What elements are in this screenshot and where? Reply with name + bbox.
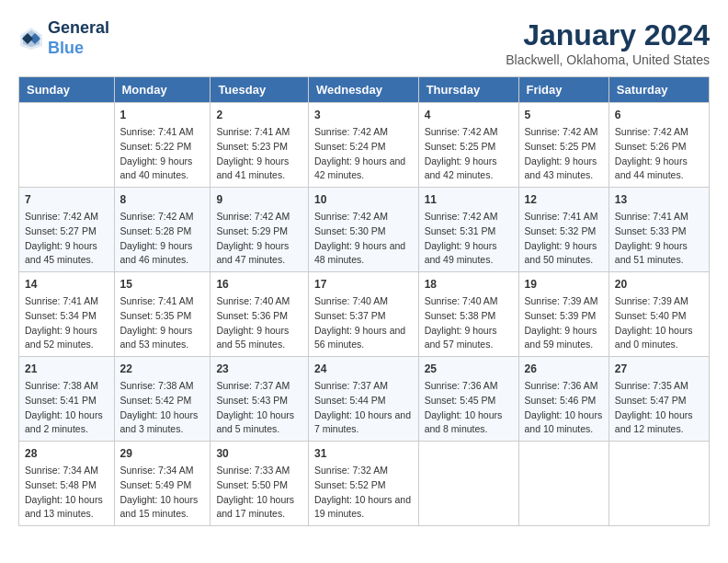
sunset-text: Sunset: 5:38 PM (425, 309, 513, 324)
sunrise-text: Sunrise: 7:40 AM (216, 294, 302, 309)
calendar-cell: 13Sunrise: 7:41 AMSunset: 5:33 PMDayligh… (609, 188, 709, 272)
day-number: 22 (120, 361, 205, 377)
calendar-cell: 1Sunrise: 7:41 AMSunset: 5:22 PMDaylight… (114, 103, 210, 188)
calendar-cell: 28Sunrise: 7:34 AMSunset: 5:48 PMDayligh… (19, 442, 115, 526)
sunrise-text: Sunrise: 7:41 AM (615, 210, 703, 224)
daylight-text: Daylight: 9 hours and 52 minutes. (25, 324, 108, 353)
sunset-text: Sunset: 5:36 PM (216, 309, 302, 324)
day-number: 19 (525, 276, 603, 293)
sunset-text: Sunset: 5:32 PM (525, 224, 603, 239)
daylight-text: Daylight: 9 hours and 41 minutes. (216, 155, 302, 184)
daylight-text: Daylight: 10 hours and 13 minutes. (25, 493, 108, 523)
week-row-5: 28Sunrise: 7:34 AMSunset: 5:48 PMDayligh… (19, 442, 710, 526)
day-number: 25 (425, 361, 513, 377)
page-header: General Blue January 2024 Blackwell, Okl… (18, 18, 710, 67)
sunrise-text: Sunrise: 7:41 AM (25, 294, 108, 309)
calendar-cell: 2Sunrise: 7:41 AMSunset: 5:23 PMDaylight… (210, 103, 309, 188)
sunset-text: Sunset: 5:25 PM (425, 140, 513, 155)
sunrise-text: Sunrise: 7:42 AM (525, 125, 603, 140)
day-number: 9 (216, 191, 302, 208)
sunrise-text: Sunrise: 7:36 AM (525, 379, 603, 394)
day-number: 1 (120, 107, 205, 123)
sunrise-text: Sunrise: 7:40 AM (314, 294, 413, 309)
sunrise-text: Sunrise: 7:37 AM (216, 379, 302, 394)
sunrise-text: Sunrise: 7:42 AM (615, 125, 703, 140)
weekday-header-thursday: Thursday (418, 77, 518, 103)
calendar-cell: 22Sunrise: 7:38 AMSunset: 5:42 PMDayligh… (114, 357, 210, 442)
sunset-text: Sunset: 5:40 PM (615, 309, 703, 324)
calendar-cell: 16Sunrise: 7:40 AMSunset: 5:36 PMDayligh… (210, 272, 309, 357)
week-row-4: 21Sunrise: 7:38 AMSunset: 5:41 PMDayligh… (19, 357, 710, 442)
day-number: 31 (314, 445, 413, 462)
sunset-text: Sunset: 5:27 PM (25, 224, 108, 239)
daylight-text: Daylight: 9 hours and 45 minutes. (25, 239, 108, 269)
day-number: 21 (25, 361, 108, 377)
sunrise-text: Sunrise: 7:39 AM (615, 294, 703, 309)
day-number: 13 (615, 191, 703, 208)
day-number: 8 (120, 191, 205, 208)
sunset-text: Sunset: 5:52 PM (314, 478, 413, 493)
sunset-text: Sunset: 5:47 PM (615, 394, 703, 408)
daylight-text: Daylight: 10 hours and 2 minutes. (25, 408, 108, 438)
day-number: 4 (425, 107, 513, 123)
calendar-cell (609, 442, 709, 526)
calendar-cell: 18Sunrise: 7:40 AMSunset: 5:38 PMDayligh… (418, 272, 518, 357)
weekday-header-sunday: Sunday (19, 77, 115, 103)
calendar-cell: 8Sunrise: 7:42 AMSunset: 5:28 PMDaylight… (114, 188, 210, 272)
calendar-cell: 14Sunrise: 7:41 AMSunset: 5:34 PMDayligh… (19, 272, 115, 357)
sunset-text: Sunset: 5:31 PM (425, 224, 513, 239)
day-number: 6 (615, 107, 703, 123)
day-number: 28 (25, 445, 108, 462)
sunrise-text: Sunrise: 7:36 AM (425, 379, 513, 394)
sunrise-text: Sunrise: 7:41 AM (525, 210, 603, 224)
sunset-text: Sunset: 5:24 PM (314, 140, 413, 155)
day-number: 27 (615, 361, 703, 377)
daylight-text: Daylight: 9 hours and 53 minutes. (120, 324, 205, 353)
calendar-cell: 29Sunrise: 7:34 AMSunset: 5:49 PMDayligh… (114, 442, 210, 526)
sunset-text: Sunset: 5:23 PM (216, 140, 302, 155)
daylight-text: Daylight: 10 hours and 12 minutes. (615, 408, 703, 438)
sunrise-text: Sunrise: 7:38 AM (25, 379, 108, 394)
calendar-cell: 17Sunrise: 7:40 AMSunset: 5:37 PMDayligh… (308, 272, 418, 357)
sunrise-text: Sunrise: 7:42 AM (425, 210, 513, 224)
calendar-cell (518, 442, 609, 526)
calendar-cell: 6Sunrise: 7:42 AMSunset: 5:26 PMDaylight… (609, 103, 709, 188)
calendar-cell: 30Sunrise: 7:33 AMSunset: 5:50 PMDayligh… (210, 442, 309, 526)
sunrise-text: Sunrise: 7:42 AM (314, 125, 413, 140)
sunset-text: Sunset: 5:39 PM (525, 309, 603, 324)
sunset-text: Sunset: 5:26 PM (615, 140, 703, 155)
daylight-text: Daylight: 9 hours and 51 minutes. (615, 239, 703, 269)
daylight-text: Daylight: 10 hours and 3 minutes. (120, 408, 205, 438)
calendar-cell: 23Sunrise: 7:37 AMSunset: 5:43 PMDayligh… (210, 357, 309, 442)
calendar-cell: 11Sunrise: 7:42 AMSunset: 5:31 PMDayligh… (418, 188, 518, 272)
sunset-text: Sunset: 5:48 PM (25, 478, 108, 493)
title-block: January 2024 Blackwell, Oklahoma, United… (506, 18, 710, 67)
sunset-text: Sunset: 5:22 PM (120, 140, 205, 155)
calendar-table: SundayMondayTuesdayWednesdayThursdayFrid… (18, 76, 710, 526)
daylight-text: Daylight: 9 hours and 55 minutes. (216, 324, 302, 353)
logo-line2: Blue (48, 39, 109, 59)
daylight-text: Daylight: 9 hours and 49 minutes. (425, 239, 513, 269)
sunrise-text: Sunrise: 7:33 AM (216, 464, 302, 478)
daylight-text: Daylight: 9 hours and 56 minutes. (314, 324, 413, 353)
day-number: 30 (216, 445, 302, 462)
weekday-header-friday: Friday (518, 77, 609, 103)
logo-line1: General (48, 18, 109, 39)
sunrise-text: Sunrise: 7:40 AM (425, 294, 513, 309)
weekday-header-monday: Monday (114, 77, 210, 103)
daylight-text: Daylight: 9 hours and 57 minutes. (425, 324, 513, 353)
daylight-text: Daylight: 9 hours and 47 minutes. (216, 239, 302, 269)
sunrise-text: Sunrise: 7:41 AM (120, 125, 205, 140)
sunrise-text: Sunrise: 7:42 AM (216, 210, 302, 224)
daylight-text: Daylight: 9 hours and 44 minutes. (615, 155, 703, 184)
day-number: 2 (216, 107, 302, 123)
sunset-text: Sunset: 5:50 PM (216, 478, 302, 493)
day-number: 10 (314, 191, 413, 208)
day-number: 16 (216, 276, 302, 293)
sunrise-text: Sunrise: 7:42 AM (25, 210, 108, 224)
sunrise-text: Sunrise: 7:34 AM (25, 464, 108, 478)
calendar-cell: 3Sunrise: 7:42 AMSunset: 5:24 PMDaylight… (308, 103, 418, 188)
calendar-cell: 19Sunrise: 7:39 AMSunset: 5:39 PMDayligh… (518, 272, 609, 357)
daylight-text: Daylight: 10 hours and 17 minutes. (216, 493, 302, 523)
sunset-text: Sunset: 5:30 PM (314, 224, 413, 239)
